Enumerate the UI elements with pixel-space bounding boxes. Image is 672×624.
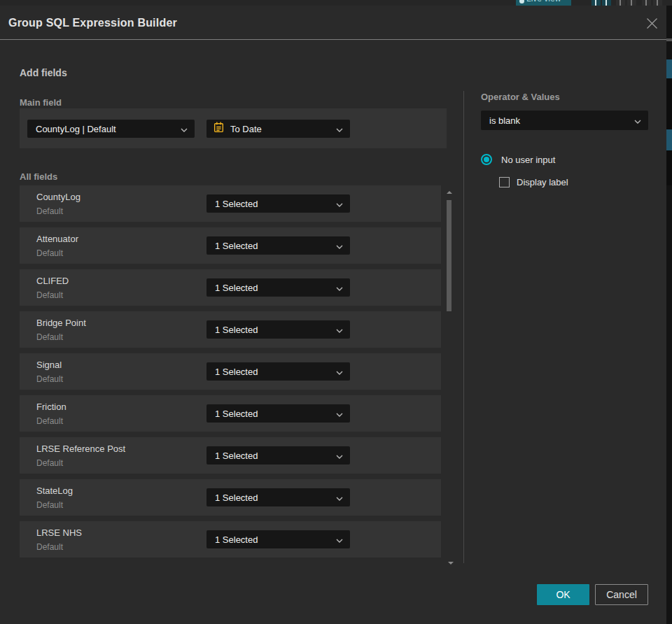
field-selection-value: 1 Selected (215, 283, 258, 293)
field-name: LRSE Reference Post (36, 444, 125, 454)
field-selection-dropdown[interactable]: 1 Selected (206, 278, 350, 297)
chevron-down-icon (336, 122, 343, 135)
chevron-down-icon (336, 281, 343, 294)
no-user-input-radio[interactable]: No user input (481, 154, 555, 165)
field-subtitle: Default (36, 290, 63, 300)
ok-button[interactable]: OK (537, 584, 589, 605)
close-icon[interactable] (645, 17, 659, 30)
main-field-box: CountyLog | Default To Date (20, 108, 447, 148)
group-sql-expression-builder-dialog: Group SQL Expression Builder Add fields … (0, 6, 666, 624)
chevron-down-icon (181, 122, 188, 135)
fields-list-scrollbar[interactable] (445, 185, 454, 567)
field-name: Friction (36, 402, 66, 412)
field-subtitle: Default (36, 416, 63, 426)
chevron-down-icon (336, 239, 343, 252)
field-selection-dropdown[interactable]: 1 Selected (206, 362, 350, 381)
vertical-divider (463, 91, 464, 563)
field-selection-dropdown[interactable]: 1 Selected (206, 236, 350, 255)
live-view-button: Live view (516, 0, 571, 6)
field-selection-dropdown[interactable]: 1 Selected (206, 488, 350, 506)
field-name: Signal (36, 360, 62, 370)
all-fields-list: CountyLog Default 1 Selected Attenuator … (20, 185, 441, 563)
field-subtitle: Default (36, 542, 63, 552)
field-name: CLIFED (36, 276, 69, 286)
field-selection-value: 1 Selected (215, 451, 258, 461)
field-selection-dropdown[interactable]: 1 Selected (206, 404, 350, 423)
app-top-strip: Live view (0, 0, 672, 6)
field-selection-value: 1 Selected (215, 534, 258, 545)
no-user-input-label: No user input (501, 155, 555, 165)
chevron-down-icon (336, 323, 343, 336)
operator-values-label: Operator & Values (481, 92, 560, 102)
field-row: Bridge Point Default 1 Selected (20, 311, 441, 348)
chevron-down-icon (336, 449, 343, 462)
all-fields-label: All fields (20, 171, 57, 182)
field-selection-value: 1 Selected (215, 241, 258, 251)
operator-dropdown-value: is blank (489, 115, 520, 126)
chevron-down-icon (634, 114, 641, 127)
field-selection-value: 1 Selected (215, 325, 258, 335)
field-row: Friction Default 1 Selected (20, 395, 441, 432)
field-row: LRSE Reference Post Default 1 Selected (20, 437, 441, 474)
main-field-dropdown-value: To Date (230, 124, 262, 134)
operator-dropdown[interactable]: is blank (481, 111, 648, 130)
field-subtitle: Default (36, 458, 63, 468)
live-view-label: Live view (526, 0, 561, 3)
chevron-down-icon (336, 491, 343, 504)
main-field-label: Main field (20, 97, 62, 108)
radio-selected-icon (481, 154, 492, 165)
layer-dropdown-value: CountyLog | Default (36, 124, 116, 134)
field-row: CLIFED Default 1 Selected (20, 269, 441, 306)
field-row: Attenuator Default 1 Selected (20, 227, 441, 264)
calendar-icon (213, 122, 225, 136)
field-row: CountyLog Default 1 Selected (20, 185, 441, 222)
screen: Live view Group SQL Expression Builder A… (0, 0, 672, 624)
scroll-up-icon[interactable] (447, 191, 452, 194)
layer-dropdown[interactable]: CountyLog | Default (27, 120, 195, 138)
chevron-down-icon (336, 365, 343, 378)
field-subtitle: Default (36, 248, 63, 258)
toolbar-icon-fragment (642, 0, 651, 6)
dialog-header: Group SQL Expression Builder (0, 6, 666, 40)
field-name: LRSE NHS (36, 527, 82, 538)
field-name: StateLog (36, 485, 73, 496)
app-edge-fragment (666, 78, 672, 131)
field-selection-value: 1 Selected (215, 409, 258, 419)
checkbox-unchecked-icon (499, 177, 510, 187)
app-edge-fragment (666, 129, 672, 150)
field-row: Signal Default 1 Selected (20, 353, 441, 390)
field-subtitle: Default (36, 500, 63, 510)
dot-icon (519, 0, 524, 3)
display-label-label: Display label (517, 177, 568, 187)
field-selection-dropdown[interactable]: 1 Selected (206, 530, 350, 548)
app-right-strip (666, 6, 672, 624)
field-selection-value: 1 Selected (215, 492, 258, 503)
toolbar-icon-fragment (653, 0, 662, 6)
app-edge-fragment (666, 59, 672, 78)
display-label-checkbox[interactable]: Display label (499, 177, 568, 187)
chevron-down-icon (336, 407, 343, 420)
cancel-button[interactable]: Cancel (595, 584, 648, 605)
field-selection-dropdown[interactable]: 1 Selected (206, 446, 350, 465)
add-fields-heading: Add fields (20, 67, 67, 78)
scrollbar-thumb[interactable] (447, 200, 451, 311)
main-field-dropdown[interactable]: To Date (206, 120, 350, 138)
app-edge-fragment (666, 38, 672, 41)
field-subtitle: Default (36, 332, 63, 342)
field-subtitle: Default (36, 374, 63, 384)
field-row: StateLog Default 1 Selected (20, 479, 441, 516)
toolbar-icon-fragment (616, 0, 625, 6)
chevron-down-icon (336, 533, 343, 546)
field-name: Attenuator (36, 234, 78, 244)
field-selection-dropdown[interactable]: 1 Selected (206, 194, 350, 213)
field-row: LRSE NHS Default 1 Selected (20, 521, 441, 558)
field-selection-dropdown[interactable]: 1 Selected (206, 320, 350, 339)
chevron-down-icon (336, 197, 343, 210)
app-edge-fragment (666, 150, 672, 185)
field-name: CountyLog (36, 192, 80, 202)
scroll-down-icon[interactable] (448, 562, 454, 565)
toolbar-icon-fragment (627, 0, 636, 6)
field-subtitle: Default (36, 206, 63, 216)
toolbar-icon-fragment (602, 0, 611, 6)
field-selection-value: 1 Selected (215, 199, 258, 209)
